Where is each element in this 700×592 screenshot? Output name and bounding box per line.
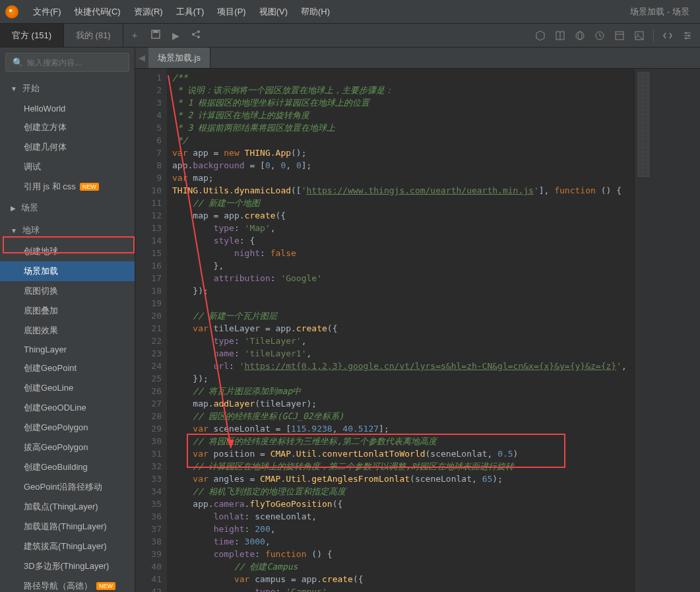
menu-item[interactable]: 工具(T)	[170, 6, 211, 18]
tree-item[interactable]: 底图叠加	[0, 301, 135, 321]
tree-item[interactable]: 拔高GeoPolygon	[0, 438, 135, 457]
tree-item[interactable]: 创建GeoODLine	[0, 398, 135, 418]
menu-item[interactable]: 快捷代码(C)	[68, 6, 127, 18]
tree-item-label: 创建GeoODLine	[24, 402, 86, 414]
code-editor[interactable]: /** * 说明：该示例将一个园区放置在地球上，主要步骤是： * 1 根据园区的…	[167, 69, 634, 592]
menu-item[interactable]: 项目(P)	[210, 6, 252, 18]
tree-item-label: 创建地球	[24, 246, 58, 257]
sidebar: 🔍 ▼开始HelloWorld创建立方体创建几何体调试引用 js 和 cssNE…	[0, 48, 135, 592]
tree-item[interactable]: HelloWorld	[0, 100, 135, 117]
tree-item[interactable]: 创建立方体	[0, 117, 135, 137]
tree-item-label: 创建几何体	[24, 141, 67, 153]
tree-item-label: 拔高GeoPolygon	[24, 442, 88, 453]
menu-item[interactable]: 文件(F)	[26, 6, 68, 18]
cube-icon[interactable]	[534, 30, 546, 42]
tree-item[interactable]: 创建GeoBuilding	[0, 457, 135, 477]
tree-group[interactable]: ▼开始	[0, 77, 135, 100]
tree-item-label: 创建GeoPolygon	[24, 422, 88, 434]
tree-item[interactable]: 创建地球	[0, 242, 135, 261]
tree-item[interactable]: 加载点(ThingLayer)	[0, 497, 135, 517]
svg-point-15	[637, 34, 639, 35]
line-gutter: 1234567891011121314151617181920212223242…	[135, 69, 167, 592]
tab-official[interactable]: 官方 (151)	[0, 24, 64, 47]
search-box[interactable]: 🔍	[5, 53, 129, 72]
image-icon[interactable]	[633, 30, 645, 42]
save-icon[interactable]	[151, 30, 160, 41]
menu-item[interactable]: 视图(V)	[253, 6, 294, 18]
globe-icon[interactable]	[574, 30, 586, 42]
editor-tab[interactable]: 场景加载.js	[148, 48, 210, 68]
tree-item-label: 建筑拔高(ThingLayer)	[24, 541, 107, 552]
chevron-down-icon: ▼	[11, 227, 17, 234]
tree-item[interactable]: 底图切换	[0, 281, 135, 301]
editor-area: ◀ 场景加载.js 123456789101112131415161718192…	[135, 48, 700, 592]
svg-point-21	[685, 37, 687, 39]
tree-item-label: 3D多边形(ThingLayer)	[24, 560, 109, 572]
menubar: 文件(F)快捷代码(C)资源(R)工具(T)项目(P)视图(V)帮助(H) 场景…	[0, 0, 700, 24]
svg-rect-12	[616, 32, 623, 40]
search-icon: 🔍	[13, 57, 23, 67]
chevron-right-icon: ▶	[11, 205, 16, 212]
tree-item-label: 底图叠加	[24, 305, 58, 317]
tree-item[interactable]: 场景加载	[0, 261, 135, 281]
minimap[interactable]: ▬▬▬ ▬▬ ▬▬▬▬ ▬▬▬ ▬▬ ▬▬▬▬ ▬▬▬ ▬▬ ▬▬▬▬ ▬▬▬ …	[634, 69, 700, 592]
tree-item-label: 底图切换	[24, 285, 58, 297]
svg-rect-1	[153, 30, 158, 33]
tree-item-label: 调试	[24, 161, 41, 173]
tree-group-label: 场景	[21, 202, 38, 214]
tree-item[interactable]: 底图效果	[0, 321, 135, 341]
tree-group[interactable]: ▶场景	[0, 197, 135, 219]
tree-item-label: HelloWorld	[24, 104, 65, 114]
code-icon[interactable]	[662, 30, 674, 42]
tab-prev-icon[interactable]: ◀	[135, 53, 148, 63]
menu-item[interactable]: 资源(R)	[127, 6, 170, 18]
tree-item-label: 引用 js 和 css	[24, 181, 76, 193]
tree-item[interactable]: 创建GeoPolygon	[0, 418, 135, 438]
chevron-down-icon: ▼	[11, 85, 17, 92]
tree-item[interactable]: 创建GeoLine	[0, 378, 135, 398]
tree-item-label: 创建立方体	[24, 121, 67, 133]
tree-item-label: 底图效果	[24, 325, 58, 337]
tree-item-label: 路径导航（高德）	[24, 580, 92, 592]
tree-item[interactable]: 路径导航（高德）NEW	[0, 576, 135, 592]
tree-item[interactable]: 调试	[0, 157, 135, 177]
svg-line-5	[194, 32, 198, 34]
svg-point-19	[685, 32, 687, 34]
tree-item[interactable]: ThingLayer	[0, 341, 135, 358]
new-badge: NEW	[80, 183, 99, 191]
clock-icon[interactable]	[594, 30, 606, 42]
tree-item-label: GeoPoint沿路径移动	[24, 481, 102, 493]
tab-mine[interactable]: 我的 (81)	[64, 24, 123, 47]
svg-point-10	[578, 32, 582, 40]
share-icon[interactable]	[191, 30, 201, 41]
book-icon[interactable]	[554, 30, 566, 42]
tree-item-label: 加载点(ThingLayer)	[24, 501, 98, 513]
menu-item[interactable]: 帮助(H)	[294, 6, 336, 18]
tree-group-label: 开始	[22, 82, 40, 94]
add-icon[interactable]: ＋	[130, 30, 139, 42]
settings-icon[interactable]	[682, 30, 693, 42]
tree-item[interactable]: 引用 js 和 cssNEW	[0, 177, 135, 197]
tree-item[interactable]: 3D多边形(ThingLayer)	[0, 556, 135, 576]
tree-item-label: 加载道路(ThingLayer)	[24, 521, 107, 533]
tree-item[interactable]: 加载道路(ThingLayer)	[0, 517, 135, 537]
tree-item-label: 创建GeoPoint	[24, 362, 77, 374]
tree-item-label: 创建GeoBuilding	[24, 461, 88, 473]
app-logo-icon	[5, 5, 18, 18]
window-title: 场景加载 - 场景	[630, 6, 689, 18]
tree-item-label: 创建GeoLine	[24, 382, 73, 394]
new-badge: NEW	[96, 582, 115, 590]
tree-group[interactable]: ▼地球	[0, 219, 135, 242]
tree-item[interactable]: 建筑拔高(ThingLayer)	[0, 537, 135, 556]
tree-item[interactable]: GeoPoint沿路径移动	[0, 477, 135, 497]
svg-point-9	[576, 32, 584, 40]
tree-item-label: ThingLayer	[24, 345, 67, 354]
tree-item[interactable]: 创建GeoPoint	[0, 358, 135, 378]
tree-item[interactable]: 创建几何体	[0, 137, 135, 157]
search-input[interactable]	[27, 58, 126, 67]
play-icon[interactable]: ▶	[172, 30, 179, 41]
toolbar: 官方 (151) 我的 (81) ＋ ▶	[0, 24, 700, 48]
svg-line-6	[194, 35, 198, 37]
panel-icon[interactable]	[614, 30, 625, 42]
tree-group-label: 地球	[22, 224, 40, 236]
